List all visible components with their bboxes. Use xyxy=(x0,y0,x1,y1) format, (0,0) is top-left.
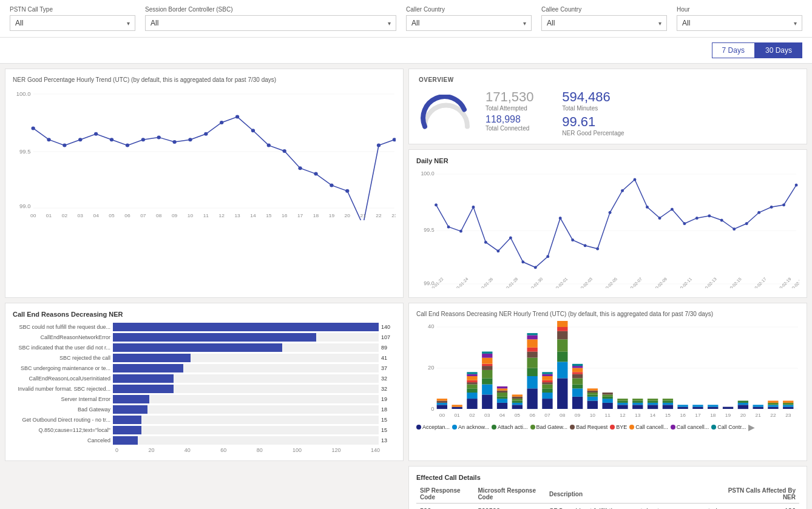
svg-text:03: 03 xyxy=(78,213,84,218)
svg-rect-159 xyxy=(527,352,537,358)
svg-point-46 xyxy=(283,149,286,153)
legend-item: Acceptan... xyxy=(416,422,450,432)
hbar-label: Q.850;cause=112;text="local" xyxy=(13,427,113,433)
sbc-filter-label: Session Border Controller (SBC) xyxy=(145,6,396,13)
svg-text:00: 00 xyxy=(30,213,36,218)
svg-point-102 xyxy=(757,211,760,214)
legend-label: Call Contr... xyxy=(717,424,746,430)
hbar-track xyxy=(113,374,379,383)
svg-rect-158 xyxy=(527,358,537,368)
legend-scroll-arrow[interactable]: ▶ xyxy=(748,422,755,432)
svg-text:02: 02 xyxy=(62,213,68,218)
svg-text:2020-02-01: 2020-02-01 xyxy=(550,277,569,288)
svg-point-85 xyxy=(546,255,549,258)
svg-rect-208 xyxy=(617,405,628,409)
overview-stats: 171,530 Total Attempted 594,486 Total Mi… xyxy=(486,89,624,137)
overview-card: OVERVIEW 171,530 Total Attempted 594,486… xyxy=(408,69,807,144)
svg-point-36 xyxy=(126,144,129,147)
total-minutes-label: Total Minutes xyxy=(562,105,624,112)
hbar-row: Bad Gateway18 xyxy=(13,405,396,414)
hbar-x-axis: 0 20 40 60 80 100 120 140 xyxy=(115,447,380,453)
legend-dot xyxy=(629,425,634,430)
svg-rect-178 xyxy=(557,339,567,351)
ner-good-label: NER Good Percentage xyxy=(562,130,624,137)
svg-text:2020-01-26: 2020-01-26 xyxy=(476,277,494,288)
svg-text:17: 17 xyxy=(695,413,701,418)
legend-label: An acknow... xyxy=(458,424,489,430)
svg-text:04: 04 xyxy=(93,213,99,218)
hbar-row: SBC rejected the call41 xyxy=(13,354,396,362)
svg-text:2020-02-05: 2020-02-05 xyxy=(600,277,618,288)
svg-rect-187 xyxy=(572,385,583,389)
svg-rect-171 xyxy=(542,376,552,380)
col-desc: Description xyxy=(546,485,723,504)
svg-rect-205 xyxy=(602,394,612,396)
hbar-label: SBC could not fulfill the request due... xyxy=(13,324,113,330)
svg-rect-232 xyxy=(692,405,703,406)
svg-rect-231 xyxy=(692,407,703,409)
svg-rect-228 xyxy=(677,407,688,409)
svg-text:18: 18 xyxy=(313,213,319,218)
col-sip: SIP Response Code xyxy=(416,485,474,504)
svg-rect-137 xyxy=(482,354,492,358)
total-attempted-label: Total Attempted xyxy=(486,105,547,112)
svg-point-100 xyxy=(732,228,736,231)
svg-point-38 xyxy=(157,135,161,139)
svg-text:15: 15 xyxy=(266,213,272,218)
hourly-bar-chart: 40 20 0 00010203040506070809101112131415… xyxy=(416,321,799,418)
hourly-bar-card: Call End Reasons Decreasing NER Hourly T… xyxy=(408,303,807,461)
svg-rect-188 xyxy=(572,378,583,384)
svg-text:15: 15 xyxy=(665,413,671,418)
ner-trend-card: NER Good Percentage Hourly Trend (UTC) (… xyxy=(5,69,404,298)
hour-filter-select[interactable]: All ▾ xyxy=(677,15,802,31)
svg-rect-186 xyxy=(572,388,583,397)
svg-rect-173 xyxy=(542,372,552,374)
svg-text:14: 14 xyxy=(250,213,256,218)
svg-rect-122 xyxy=(467,388,477,393)
legend-item: Bad Gatew... xyxy=(530,422,568,432)
svg-text:2020-01-24: 2020-01-24 xyxy=(451,277,469,288)
svg-text:20: 20 xyxy=(740,413,746,418)
svg-text:17: 17 xyxy=(297,213,303,218)
svg-rect-161 xyxy=(527,339,537,348)
hbar-track xyxy=(113,364,379,372)
hbar-fill xyxy=(113,323,379,331)
effected-calls-card: Effected Call Details SIP Response Code … xyxy=(408,466,807,509)
hbar-row: CallEndReasonLocalUserInitiated32 xyxy=(13,374,396,383)
svg-point-33 xyxy=(78,138,82,141)
day-button-bar: 7 Days 30 Days xyxy=(0,38,812,64)
svg-text:06: 06 xyxy=(124,213,130,218)
svg-rect-168 xyxy=(542,385,552,389)
svg-rect-240 xyxy=(738,403,748,405)
svg-rect-124 xyxy=(467,382,477,384)
svg-point-84 xyxy=(534,266,537,269)
hour-filter-label: Hour xyxy=(677,6,802,13)
callee-filter-select[interactable]: All ▾ xyxy=(541,15,667,31)
svg-rect-185 xyxy=(572,397,583,409)
svg-point-53 xyxy=(393,138,396,141)
hbar-track xyxy=(113,354,379,362)
svg-text:22: 22 xyxy=(770,413,776,418)
cell-ms: 560500 xyxy=(474,504,546,510)
svg-rect-126 xyxy=(467,376,477,380)
sbc-filter-select[interactable]: All ▾ xyxy=(145,15,396,31)
svg-point-80 xyxy=(484,241,487,244)
caller-filter-select[interactable]: All ▾ xyxy=(406,15,532,31)
svg-text:14: 14 xyxy=(650,413,656,418)
pstn-filter-select[interactable]: All ▾ xyxy=(10,15,135,31)
svg-text:21: 21 xyxy=(360,213,366,218)
svg-text:01: 01 xyxy=(454,413,460,418)
hbar-row: Server Internal Error19 xyxy=(13,395,396,403)
30-days-button[interactable]: 30 Days xyxy=(755,42,802,58)
7-days-button[interactable]: 7 Days xyxy=(712,42,755,58)
hbar-value: 13 xyxy=(381,437,396,443)
svg-rect-235 xyxy=(708,405,718,406)
svg-rect-176 xyxy=(557,362,567,378)
svg-rect-177 xyxy=(557,352,567,362)
svg-point-52 xyxy=(377,144,381,147)
legend-dot xyxy=(452,425,457,430)
svg-rect-199 xyxy=(587,391,598,393)
svg-rect-192 xyxy=(572,366,583,368)
svg-text:16: 16 xyxy=(282,213,288,218)
hbar-row: SBC undergoing maintenance or te...37 xyxy=(13,364,396,372)
